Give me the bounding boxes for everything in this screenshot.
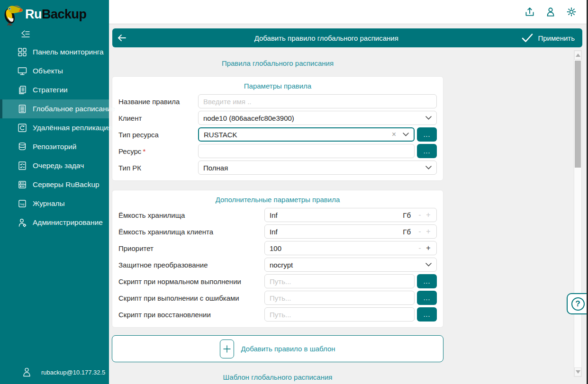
sidebar-item-logs[interactable]: log Журналы xyxy=(0,194,109,213)
storage-capacity-row: Ёмкость хранилища Гб - + xyxy=(118,208,437,222)
chevron-down-icon xyxy=(403,133,409,136)
resource-input[interactable] xyxy=(198,144,415,158)
check-icon xyxy=(521,33,534,43)
sidebar-item-dashboard[interactable]: Панель мониторинга xyxy=(0,43,109,62)
logo-text: RuBackup xyxy=(25,7,87,22)
sidebar-item-repository[interactable]: Репозиторий xyxy=(0,137,109,156)
sidebar-item-global-schedule[interactable]: Глобальное расписание xyxy=(0,99,109,118)
storage-capacity-input[interactable] xyxy=(270,211,403,219)
main-area: Добавить правило глобального расписания … xyxy=(109,24,588,384)
svg-text:log: log xyxy=(20,202,25,205)
decrement-button[interactable]: - xyxy=(416,211,424,219)
client-select[interactable]: node10 (806aacefc80e3900) xyxy=(198,111,437,125)
required-asterisk: * xyxy=(143,147,145,155)
user-icon xyxy=(23,367,31,377)
vertical-scrollbar[interactable] xyxy=(574,50,582,377)
increment-button[interactable]: + xyxy=(424,227,433,236)
scrollbar-thumb[interactable] xyxy=(575,61,581,168)
script-err-input[interactable] xyxy=(264,291,415,305)
sidebar-item-label: Очередь задач xyxy=(33,161,84,170)
sidebar-item-strategies[interactable]: Стратегии xyxy=(0,80,109,99)
task-queue-icon xyxy=(17,161,27,171)
person-icon xyxy=(544,6,557,18)
sidebar-item-task-queue[interactable]: Очередь задач xyxy=(0,156,109,175)
increment-button[interactable]: + xyxy=(424,211,433,219)
sidebar-item-label: Объекты xyxy=(33,67,63,75)
sidebar: RuBackup Панель мониторинга Объекты Стр xyxy=(0,0,109,384)
sidebar-item-label: Стратегии xyxy=(33,86,68,94)
resource-type-combobox[interactable]: RUSTACK × xyxy=(198,127,415,142)
back-button[interactable] xyxy=(112,28,131,47)
administration-icon xyxy=(17,217,27,228)
resource-label: Ресурс* xyxy=(118,147,198,155)
decrement-button[interactable]: - xyxy=(416,227,424,236)
sidebar-item-remote-replication[interactable]: Удалённая репликация xyxy=(0,118,109,137)
rule-name-row: Название правила xyxy=(118,94,437,108)
script-ok-browse-button[interactable]: ... xyxy=(417,274,437,288)
crypt-select[interactable]: nocrypt xyxy=(264,258,437,272)
resource-type-browse-button[interactable]: ... xyxy=(417,127,437,142)
script-restore-browse-button[interactable]: ... xyxy=(417,307,437,321)
sidebar-item-label: Серверы RuBackup xyxy=(33,180,100,189)
crypt-value: nocrypt xyxy=(270,261,425,269)
script-err-browse-button[interactable]: ... xyxy=(417,291,437,305)
resource-browse-button[interactable]: ... xyxy=(417,144,437,158)
upload-button[interactable] xyxy=(524,6,536,18)
sidebar-item-rubackup-servers[interactable]: Серверы RuBackup xyxy=(0,175,109,194)
sidebar-item-label: Глобальное расписание xyxy=(33,105,115,113)
resource-type-row: Тип ресурса RUSTACK × ... xyxy=(118,127,437,142)
toucan-icon xyxy=(2,2,24,26)
add-rule-to-template-label: Добавить правило в шаблон xyxy=(241,345,335,353)
priority-input[interactable] xyxy=(270,244,416,252)
resource-type-value: RUSTACK xyxy=(204,131,392,139)
servers-icon xyxy=(17,179,27,190)
scroll-up-button[interactable] xyxy=(574,51,581,60)
rule-name-input[interactable] xyxy=(198,94,437,108)
priority-field: - + xyxy=(264,241,437,255)
additional-params-title: Дополнительные параметры правила xyxy=(118,196,437,204)
logs-icon: log xyxy=(17,198,27,209)
profile-button[interactable] xyxy=(544,6,557,18)
apply-button[interactable]: Применить xyxy=(521,33,575,43)
form-content: Правила глобального расписания Параметры… xyxy=(112,52,443,381)
script-err-label: Скрипт при выполнении с ошибками xyxy=(118,294,264,302)
sidebar-item-administration[interactable]: Администрирование xyxy=(0,213,109,232)
triangle-down-icon xyxy=(576,370,580,374)
client-storage-capacity-input[interactable] xyxy=(270,228,403,236)
plus-icon xyxy=(220,339,234,358)
help-button[interactable]: ? xyxy=(567,293,588,314)
sidebar-user[interactable]: rubackup@10.177.32.5 xyxy=(0,364,109,380)
additional-params-card: Дополнительные параметры правила Ёмкость… xyxy=(112,190,443,328)
replication-icon xyxy=(17,123,27,133)
sidebar-item-objects[interactable]: Объекты xyxy=(0,62,109,80)
scroll-down-button[interactable] xyxy=(574,367,581,376)
template-section-title: Шаблон глобального расписания xyxy=(112,373,443,381)
collapse-sidebar-icon[interactable] xyxy=(20,28,31,40)
storage-capacity-label: Ёмкость хранилища xyxy=(118,211,264,219)
decrement-button[interactable]: - xyxy=(416,244,424,252)
script-ok-input[interactable] xyxy=(264,274,415,288)
dashboard-icon xyxy=(17,47,27,57)
strategies-icon xyxy=(17,85,27,95)
increment-button[interactable]: + xyxy=(424,244,433,252)
unit-label: Гб xyxy=(403,211,411,219)
clear-icon[interactable]: × xyxy=(392,131,396,138)
sidebar-item-label: Журналы xyxy=(33,199,65,208)
settings-button[interactable] xyxy=(565,6,578,18)
sidebar-item-label: Репозиторий xyxy=(33,143,76,151)
schedule-icon xyxy=(17,104,27,114)
add-rule-to-template-button[interactable]: Добавить правило в шаблон xyxy=(112,335,443,362)
upload-icon xyxy=(524,6,536,18)
chevron-down-icon xyxy=(425,116,432,120)
priority-row: Приоритет - + xyxy=(118,241,437,255)
client-label: Клиент xyxy=(118,114,198,122)
rules-section-title: Правила глобального расписания xyxy=(112,59,443,67)
backup-type-row: Тип РК Полная xyxy=(118,161,437,175)
script-ok-label: Скрипт при нормальном выполнении xyxy=(118,277,264,286)
client-select-value: node10 (806aacefc80e3900) xyxy=(203,114,425,122)
script-restore-label: Скрипт при восстановлении xyxy=(118,311,264,319)
monitor-icon xyxy=(17,66,27,76)
script-restore-input[interactable] xyxy=(264,307,415,321)
backup-type-select[interactable]: Полная xyxy=(198,161,437,175)
script-restore-row: Скрипт при восстановлении ... xyxy=(118,307,437,321)
